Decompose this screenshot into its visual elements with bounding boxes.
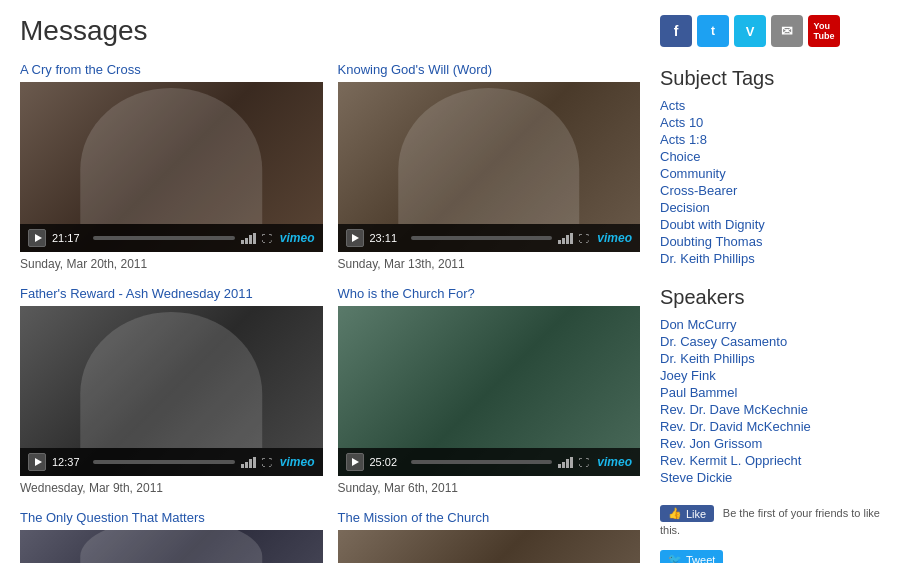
- tag-link-community[interactable]: Community: [660, 166, 726, 181]
- video-date-2: Wednesday, Mar 9th, 2011: [20, 481, 323, 495]
- speaker-link-2[interactable]: Dr. Keith Phillips: [660, 351, 755, 366]
- tag-link-dr-keith[interactable]: Dr. Keith Phillips: [660, 251, 755, 266]
- list-item: Acts: [660, 98, 880, 113]
- volume-bar: [566, 235, 569, 244]
- list-item: Paul Bammel: [660, 385, 880, 400]
- vimeo-logo-2: vimeo: [280, 455, 315, 469]
- vimeo-logo-3: vimeo: [597, 455, 632, 469]
- video-thumbnail-3[interactable]: 25:02 ⛶ vimeo: [338, 306, 641, 476]
- tag-link-decision[interactable]: Decision: [660, 200, 710, 215]
- play-button-3[interactable]: [346, 453, 364, 471]
- list-item: Dr. Casey Casamento: [660, 334, 880, 349]
- video-controls-1: 23:11 ⛶ vimeo: [338, 224, 641, 252]
- list-item: Doubt with Dignity: [660, 217, 880, 232]
- list-item: Joey Fink: [660, 368, 880, 383]
- progress-bar-0[interactable]: [93, 236, 235, 240]
- video-controls-2: 12:37 ⛶ vimeo: [20, 448, 323, 476]
- speaker-link-4[interactable]: Paul Bammel: [660, 385, 737, 400]
- tag-link-doubt[interactable]: Doubt with Dignity: [660, 217, 765, 232]
- speaker-link-6[interactable]: Rev. Dr. David McKechnie: [660, 419, 811, 434]
- sidebar: f t V ✉ YouTube Subject Tags Acts Acts 1…: [660, 15, 880, 563]
- volume-bar: [562, 462, 565, 468]
- vimeo-logo-1: vimeo: [597, 231, 632, 245]
- video-duration-0: 21:17: [52, 232, 87, 244]
- fullscreen-icon-2[interactable]: ⛶: [262, 457, 272, 468]
- facebook-button[interactable]: f: [660, 15, 692, 47]
- play-button-1[interactable]: [346, 229, 364, 247]
- volume-bars-1: [558, 232, 573, 244]
- tag-link-acts18[interactable]: Acts 1:8: [660, 132, 707, 147]
- video-item: Who is the Church For? 25:02: [338, 286, 641, 495]
- volume-bars-0: [241, 232, 256, 244]
- list-item: Acts 10: [660, 115, 880, 130]
- speaker-link-0[interactable]: Don McCurry: [660, 317, 737, 332]
- progress-bar-2[interactable]: [93, 460, 235, 464]
- tweet-button[interactable]: 🐦 Tweet: [660, 550, 723, 563]
- progress-bar-3[interactable]: [411, 460, 553, 464]
- speaker-link-8[interactable]: Rev. Kermit L. Oppriecht: [660, 453, 801, 468]
- speakers-title: Speakers: [660, 286, 880, 309]
- fullscreen-icon-3[interactable]: ⛶: [579, 457, 589, 468]
- video-thumbnail-2[interactable]: 12:37 ⛶ vimeo: [20, 306, 323, 476]
- email-button[interactable]: ✉: [771, 15, 803, 47]
- volume-bars-3: [558, 456, 573, 468]
- play-button-2[interactable]: [28, 453, 46, 471]
- video-item: Knowing God's Will (Word) 23:11: [338, 62, 641, 271]
- list-item: Rev. Dr. Dave McKechnie: [660, 402, 880, 417]
- list-item: Acts 1:8: [660, 132, 880, 147]
- video-date-3: Sunday, Mar 6th, 2011: [338, 481, 641, 495]
- list-item: Rev. Dr. David McKechnie: [660, 419, 880, 434]
- list-item: Don McCurry: [660, 317, 880, 332]
- tag-link-acts10[interactable]: Acts 10: [660, 115, 703, 130]
- volume-bar: [241, 464, 244, 468]
- speaker-link-3[interactable]: Joey Fink: [660, 368, 716, 383]
- video-title-link-3[interactable]: Who is the Church For?: [338, 286, 641, 301]
- video-title-link-0[interactable]: A Cry from the Cross: [20, 62, 323, 77]
- volume-bar: [253, 457, 256, 468]
- tag-link-doubting-thomas[interactable]: Doubting Thomas: [660, 234, 762, 249]
- video-title-link-5[interactable]: The Mission of the Church: [338, 510, 641, 525]
- subject-tags-title: Subject Tags: [660, 67, 880, 90]
- youtube-button[interactable]: YouTube: [808, 15, 840, 47]
- list-item: Dr. Keith Phillips: [660, 351, 880, 366]
- speaker-link-9[interactable]: Steve Dickie: [660, 470, 732, 485]
- person-silhouette-2: [81, 312, 263, 448]
- list-item: Doubting Thomas: [660, 234, 880, 249]
- list-item: Choice: [660, 149, 880, 164]
- play-button-0[interactable]: [28, 229, 46, 247]
- speaker-link-7[interactable]: Rev. Jon Grissom: [660, 436, 762, 451]
- speaker-link-5[interactable]: Rev. Dr. Dave McKechnie: [660, 402, 808, 417]
- volume-bar: [249, 459, 252, 468]
- video-thumbnail-0[interactable]: 21:17 ⛶ vimeo: [20, 82, 323, 252]
- speakers-list: Don McCurry Dr. Casey Casamento Dr. Keit…: [660, 317, 880, 485]
- person-silhouette-1: [398, 88, 580, 224]
- volume-bar: [570, 457, 573, 468]
- progress-bar-1[interactable]: [411, 236, 553, 240]
- volume-bar: [241, 240, 244, 244]
- video-item: The Mission of the Church: [338, 510, 641, 563]
- vimeo-button[interactable]: V: [734, 15, 766, 47]
- video-controls-3: 25:02 ⛶ vimeo: [338, 448, 641, 476]
- video-thumbnail-5[interactable]: [338, 530, 641, 563]
- video-title-link-2[interactable]: Father's Reward - Ash Wednesday 2011: [20, 286, 323, 301]
- twitter-button[interactable]: t: [697, 15, 729, 47]
- tag-link-choice[interactable]: Choice: [660, 149, 700, 164]
- video-title-link-4[interactable]: The Only Question That Matters: [20, 510, 323, 525]
- like-label: Like: [686, 508, 706, 520]
- like-button[interactable]: 👍 Like: [660, 505, 714, 522]
- tag-link-crossbearer[interactable]: Cross-Bearer: [660, 183, 737, 198]
- fullscreen-icon-0[interactable]: ⛶: [262, 233, 272, 244]
- video-thumbnail-4[interactable]: [20, 530, 323, 563]
- volume-bar: [245, 238, 248, 244]
- video-duration-3: 25:02: [370, 456, 405, 468]
- video-thumbnail-1[interactable]: 23:11 ⛶ vimeo: [338, 82, 641, 252]
- tag-link-acts[interactable]: Acts: [660, 98, 685, 113]
- list-item: Steve Dickie: [660, 470, 880, 485]
- fullscreen-icon-1[interactable]: ⛶: [579, 233, 589, 244]
- volume-bar: [253, 233, 256, 244]
- social-icons: f t V ✉ YouTube: [660, 15, 880, 47]
- person-silhouette-0: [81, 88, 263, 224]
- video-title-link-1[interactable]: Knowing God's Will (Word): [338, 62, 641, 77]
- like-section: 👍 Like Be the first of your friends to l…: [660, 505, 880, 537]
- speaker-link-1[interactable]: Dr. Casey Casamento: [660, 334, 787, 349]
